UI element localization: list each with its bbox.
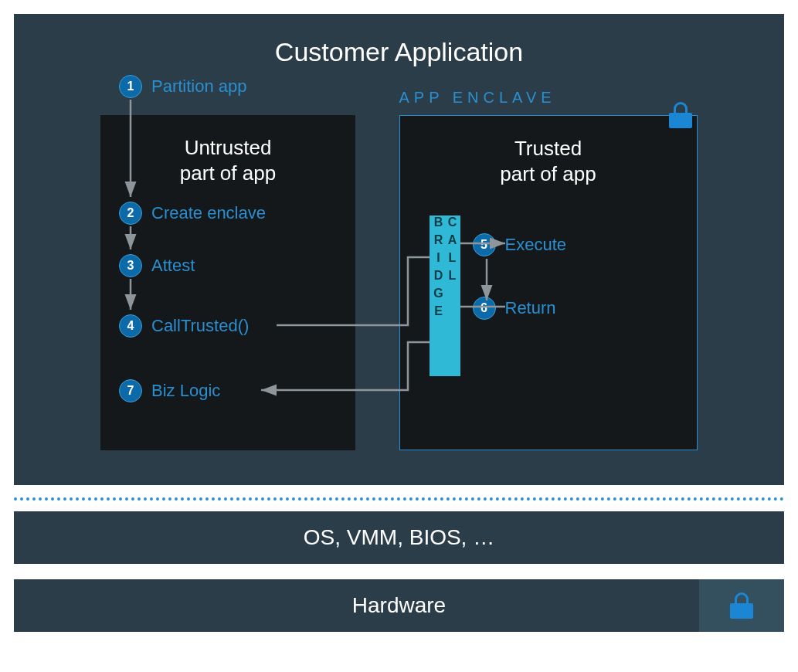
step-1: 1 Partition app — [119, 75, 247, 98]
step-label-4: CallTrusted() — [151, 316, 249, 336]
lock-icon — [669, 102, 692, 128]
step-label-7: Biz Logic — [151, 381, 220, 401]
step-label-6: Return — [505, 298, 556, 318]
step-4: 4 CallTrusted() — [119, 314, 249, 338]
divider-dotted — [14, 497, 784, 501]
step-badge-2: 2 — [119, 202, 142, 225]
step-label-1: Partition app — [151, 76, 247, 97]
step-badge-3: 3 — [119, 254, 142, 277]
diagram-root: Customer Application 1 Partition app Unt… — [14, 14, 784, 632]
hardware-layer-bar: Hardware — [14, 579, 784, 632]
step-label-2: Create enclave — [151, 203, 266, 223]
trusted-title-line1: Trusted — [514, 137, 582, 160]
enclave-label: APP ENCLAVE — [399, 89, 556, 107]
trusted-title: Trusted part of app — [400, 116, 697, 186]
step-label-3: Attest — [151, 256, 195, 276]
step-badge-6: 6 — [473, 297, 496, 320]
step-7: 7 Biz Logic — [119, 379, 220, 402]
untrusted-column: 1 Partition app Untrusted part of app 2 … — [45, 72, 399, 458]
untrusted-title-line2: part of app — [180, 161, 276, 185]
step-2: 2 Create enclave — [119, 202, 266, 225]
untrusted-title: Untrusted part of app — [100, 115, 355, 185]
untrusted-title-line1: Untrusted — [185, 136, 272, 159]
customer-application-panel: Customer Application 1 Partition app Unt… — [14, 14, 784, 485]
lock-icon — [730, 592, 753, 619]
step-3: 3 Attest — [119, 254, 195, 277]
os-layer-label: OS, VMM, BIOS, … — [304, 525, 494, 550]
step-badge-4: 4 — [119, 314, 142, 338]
step-badge-1: 1 — [119, 75, 142, 98]
call-bridge: CALL BRIDGE — [430, 216, 460, 376]
call-bridge-label: CALL BRIDGE — [431, 216, 459, 376]
step-6: 6 Return — [473, 297, 556, 320]
step-5: 5 Execute — [473, 233, 567, 256]
step-label-5: Execute — [505, 235, 567, 255]
hardware-lock-slot — [699, 579, 784, 632]
trusted-title-line2: part of app — [500, 162, 596, 185]
panel-title: Customer Application — [45, 37, 753, 67]
step-badge-7: 7 — [119, 379, 142, 402]
step-badge-5: 5 — [473, 233, 496, 256]
hardware-layer-label: Hardware — [352, 593, 446, 618]
os-layer-bar: OS, VMM, BIOS, … — [14, 511, 784, 564]
